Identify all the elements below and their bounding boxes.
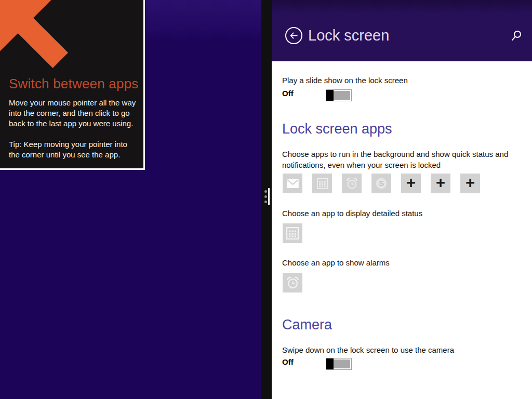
gripper-dot xyxy=(264,190,267,193)
detailed-status-label: Choose an app to display detailed status xyxy=(282,209,422,218)
lock-app-slot-alarms[interactable] xyxy=(342,174,362,193)
windows-split-screen: Switch between apps Move your mouse poin… xyxy=(0,0,532,399)
alarms-app-tile[interactable] xyxy=(283,273,302,292)
svg-text:S: S xyxy=(379,179,384,188)
slideshow-state-label: Off xyxy=(282,89,294,98)
page-title: Lock screen xyxy=(308,27,389,44)
lock-app-slot-add-1[interactable]: + xyxy=(401,174,421,193)
tip-body-text: Move your mouse pointer all the way into… xyxy=(9,98,140,129)
plus-icon: + xyxy=(406,175,416,191)
lock-app-slot-mail[interactable] xyxy=(283,174,302,193)
settings-header: Lock screen xyxy=(272,0,532,61)
settings-pane: Lock screen Play a slide show on the loc… xyxy=(272,0,532,399)
detailed-status-app-tile[interactable] xyxy=(283,223,302,243)
background-glow xyxy=(146,0,261,42)
gripper-dot xyxy=(264,201,267,203)
arrow-left-icon xyxy=(289,31,299,41)
plus-icon: + xyxy=(466,175,475,191)
tutorial-tip-popup: Switch between apps Move your mouse poin… xyxy=(0,0,145,170)
camera-heading: Camera xyxy=(282,317,332,333)
toggle-thumb xyxy=(326,90,334,101)
back-button[interactable] xyxy=(285,27,302,44)
calendar-icon xyxy=(286,227,299,240)
gripper-dot xyxy=(264,195,267,198)
camera-toggle[interactable] xyxy=(326,358,351,369)
camera-state-label: Off xyxy=(282,357,294,366)
toggle-thumb xyxy=(326,358,334,369)
corner-arrow-icon xyxy=(0,0,72,72)
lock-app-slot-add-3[interactable]: + xyxy=(460,174,480,193)
alarm-clock-icon xyxy=(345,177,358,190)
calendar-icon xyxy=(317,178,328,189)
lock-screen-apps-description: Choose apps to run in the background and… xyxy=(282,149,510,170)
slideshow-label: Play a slide show on the lock screen xyxy=(282,76,408,85)
snap-divider[interactable] xyxy=(261,0,272,399)
lock-app-slot-skype[interactable]: S xyxy=(371,174,391,193)
camera-label: Swipe down on the lock screen to use the… xyxy=(282,345,454,354)
search-icon[interactable] xyxy=(510,30,523,42)
lock-screen-apps-heading: Lock screen apps xyxy=(282,121,392,137)
plus-icon: + xyxy=(436,175,445,191)
mail-icon xyxy=(287,179,299,188)
tip-body-tip-text: Tip: Keep moving your pointer into the c… xyxy=(9,139,140,160)
lock-app-slot-calendar[interactable] xyxy=(312,174,332,193)
divider-gripper-handle[interactable] xyxy=(268,188,270,205)
alarms-app-label: Choose an app to show alarms xyxy=(282,258,390,267)
alarm-clock-icon xyxy=(286,276,300,290)
tip-title: Switch between apps xyxy=(9,76,139,92)
slideshow-toggle[interactable] xyxy=(326,90,351,101)
settings-content: Play a slide show on the lock screen Off… xyxy=(272,61,532,399)
start-screen-background: Switch between apps Move your mouse poin… xyxy=(0,0,261,399)
skype-icon: S xyxy=(375,177,388,190)
lock-app-slot-add-2[interactable]: + xyxy=(431,174,450,193)
